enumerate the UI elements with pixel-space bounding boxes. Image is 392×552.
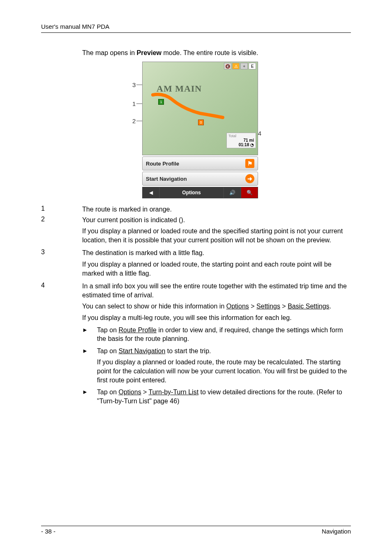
- map-preview: 🔇 ⚠ ✶ E AM MAIN 1 0 Total 71 mi 01:18 ◔: [142, 62, 258, 155]
- warning-icon: ⚠: [232, 63, 240, 69]
- clock-icon: ◔: [250, 143, 254, 147]
- speaker-icon: 🔊: [229, 190, 235, 196]
- p4a-u2: Settings: [256, 303, 280, 310]
- list-para-4b: If you display a multi-leg route, you wi…: [82, 313, 351, 322]
- page-header: User's manual MN7 PDA: [41, 23, 351, 33]
- bullet-marker: ►: [82, 347, 97, 356]
- list-number-1: 1: [41, 205, 82, 214]
- list-text-4: In a small info box you will see the ent…: [82, 282, 351, 299]
- infobox-label: Total: [228, 134, 254, 138]
- infobox-time: 01:18: [239, 143, 249, 147]
- go-arrow-icon: ➜: [245, 174, 254, 183]
- footer-page-number: - 38 -: [41, 528, 55, 535]
- bullet-marker: ►: [82, 388, 97, 405]
- p4a-u1: Options: [226, 303, 249, 310]
- route-infobox: Total 71 mi 01:18 ◔: [226, 133, 256, 148]
- bullet-2-sub: If you display a planned or loaded route…: [97, 358, 351, 384]
- intro-pre: The map opens in: [82, 49, 137, 56]
- b2-pre: Tap on: [97, 347, 118, 354]
- p4a-pre: You can select to show or hide this info…: [82, 303, 226, 310]
- start-flag-icon: 1: [158, 99, 164, 105]
- bullet-marker: ►: [82, 326, 97, 343]
- start-navigation-label: Start Navigation: [146, 176, 187, 182]
- list-text-2: Your current position is indicated ().: [82, 216, 351, 225]
- list-para-4a: You can select to show or hide this info…: [82, 302, 351, 311]
- page-footer: - 38 - Navigation: [41, 526, 351, 535]
- list-text-1: The route is marked in orange.: [82, 205, 351, 214]
- p4a-m1: >: [249, 303, 256, 310]
- intro-post: mode. The entire route is visible.: [161, 49, 258, 56]
- list-para-2: If you display a planned or loaded route…: [82, 227, 351, 244]
- search-button[interactable]: 🔍: [241, 187, 258, 198]
- callout-4: 4: [258, 130, 261, 137]
- callout-3: 3: [132, 81, 136, 88]
- list-para-3: If you display a planned or loaded route…: [82, 260, 351, 278]
- infobox-distance: 71: [243, 138, 248, 143]
- destination-flag-icon: 0: [198, 120, 204, 125]
- back-button[interactable]: ◀: [142, 187, 159, 198]
- route-polyline: [151, 91, 225, 120]
- p4a-post: .: [330, 303, 331, 310]
- list-text-3: The destination is marked with a little …: [82, 248, 351, 258]
- p4a-m2: >: [280, 303, 288, 310]
- bullet-3: Tap on Options > Turn-by-Turn List to vi…: [97, 388, 351, 405]
- footer-section: Navigation: [322, 528, 351, 535]
- list-number-4: 4: [41, 282, 82, 299]
- volume-button[interactable]: 🔊: [224, 187, 241, 198]
- list-number-2: 2: [41, 216, 82, 225]
- b2-post: to start the trip.: [165, 347, 211, 354]
- callout-1: 1: [132, 100, 136, 107]
- bullet-1: Tap on Route Profile in order to view an…: [97, 326, 351, 343]
- callout-2: 2: [132, 117, 136, 124]
- route-profile-label: Route Profile: [146, 161, 179, 167]
- intro-line: The map opens in Preview mode. The entir…: [82, 49, 351, 57]
- magnifier-icon: 🔍: [247, 190, 253, 196]
- options-button[interactable]: Options: [159, 187, 224, 198]
- infobox-distance-unit: mi: [249, 138, 254, 143]
- energy-icon: E: [249, 63, 256, 69]
- p4a-u3: Basic Settings: [288, 303, 329, 310]
- back-arrow-icon: ◀: [149, 190, 153, 196]
- flag-icon: ⚑: [245, 159, 254, 168]
- b1-pre: Tap on: [97, 327, 118, 334]
- mute-icon: 🔇: [224, 63, 231, 69]
- b3-u1: Options: [118, 389, 141, 396]
- satellite-icon: ✶: [240, 63, 248, 69]
- b2-u: Start Navigation: [118, 347, 165, 354]
- bullet-2: Tap on Start Navigation to start the tri…: [97, 347, 351, 356]
- b3-pre: Tap on: [97, 389, 118, 396]
- screenshot-figure: 3 1 2 4 🔇 ⚠ ✶ E AM MAIN 1 0: [41, 62, 351, 198]
- map-status-icons: 🔇 ⚠ ✶ E: [224, 63, 256, 69]
- b1-u: Route Profile: [118, 327, 157, 334]
- intro-bold: Preview: [137, 49, 161, 56]
- route-profile-button[interactable]: Route Profile ⚑: [142, 156, 258, 170]
- b3-u2: Turn-by-Turn List: [149, 389, 199, 396]
- b3-mid: >: [141, 389, 149, 396]
- list-number-3: 3: [41, 248, 82, 258]
- start-navigation-button[interactable]: Start Navigation ➜: [142, 172, 258, 186]
